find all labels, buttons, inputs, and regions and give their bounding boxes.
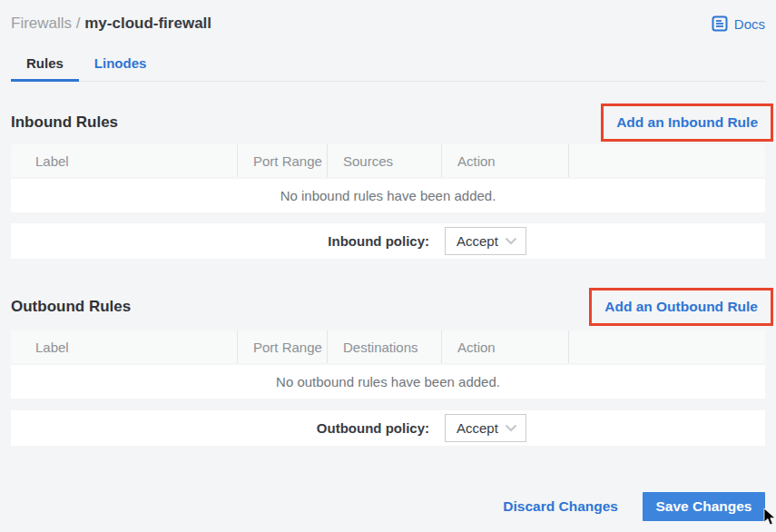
outbound-column-destinations: Destinations: [327, 330, 441, 363]
outbound-empty-message: No outbound rules have been added.: [276, 374, 500, 389]
inbound-empty-row: No inbound rules have been added.: [11, 179, 765, 212]
inbound-column-label: Label: [11, 144, 237, 177]
outbound-policy-row: Outbound policy: Accept: [11, 410, 765, 446]
add-outbound-rule-button[interactable]: Add an Outbound Rule: [604, 299, 758, 314]
add-inbound-rule-button[interactable]: Add an Inbound Rule: [616, 114, 758, 130]
footer-actions: Discard Changes Save Changes: [11, 492, 765, 521]
inbound-column-action: Action: [441, 144, 568, 177]
inbound-column-port-range: Port Range: [237, 144, 327, 177]
outbound-table-header: Label Port Range Destinations Action: [11, 330, 765, 363]
outbound-column-label: Label: [11, 330, 237, 363]
outbound-column-action: Action: [441, 330, 568, 363]
topbar: Firewalls / my-cloud-firewall Docs: [11, 0, 765, 35]
inbound-section-header: Inbound Rules Add an Inbound Rule: [11, 103, 765, 143]
breadcrumb: Firewalls / my-cloud-firewall: [11, 15, 211, 33]
breadcrumb-firewalls-link[interactable]: Firewalls: [11, 15, 72, 32]
outbound-policy-select[interactable]: Accept: [445, 414, 526, 442]
tab-bar: Rules Linodes: [11, 50, 765, 82]
annotation-highlight-inbound: Add an Inbound Rule: [601, 103, 773, 142]
inbound-column-sources: Sources: [327, 144, 441, 177]
discard-changes-button[interactable]: Discard Changes: [503, 498, 618, 515]
outbound-policy-label: Outbound policy:: [11, 420, 429, 436]
breadcrumb-current-firewall: my-cloud-firewall: [84, 15, 211, 32]
annotation-highlight-outbound: Add an Outbound Rule: [589, 288, 773, 326]
inbound-rules-title: Inbound Rules: [11, 113, 118, 132]
inbound-policy-value: Accept: [457, 233, 498, 249]
outbound-section-header: Outbound Rules Add an Outbound Rule: [11, 287, 765, 327]
mouse-cursor-icon: [763, 508, 776, 530]
docs-link[interactable]: Docs: [712, 15, 765, 32]
inbound-empty-message: No inbound rules have been added.: [280, 188, 496, 203]
chevron-down-icon: [505, 424, 517, 432]
inbound-table-header: Label Port Range Sources Action: [11, 144, 765, 177]
outbound-column-port-range: Port Range: [237, 330, 327, 363]
docs-link-label: Docs: [734, 16, 765, 32]
outbound-policy-value: Accept: [457, 420, 498, 436]
save-changes-button[interactable]: Save Changes: [643, 492, 765, 521]
outbound-rules-title: Outbound Rules: [11, 298, 131, 316]
docs-icon: [712, 15, 728, 32]
inbound-policy-row: Inbound policy: Accept: [11, 223, 765, 259]
tab-linodes[interactable]: Linodes: [79, 50, 162, 82]
inbound-column-spacer: [568, 144, 765, 177]
outbound-empty-row: No outbound rules have been added.: [11, 365, 765, 399]
inbound-policy-select[interactable]: Accept: [445, 227, 526, 255]
outbound-column-spacer: [568, 330, 765, 363]
tab-rules[interactable]: Rules: [11, 50, 79, 82]
inbound-policy-label: Inbound policy:: [11, 233, 429, 249]
breadcrumb-separator: /: [72, 15, 84, 32]
chevron-down-icon: [505, 237, 517, 245]
